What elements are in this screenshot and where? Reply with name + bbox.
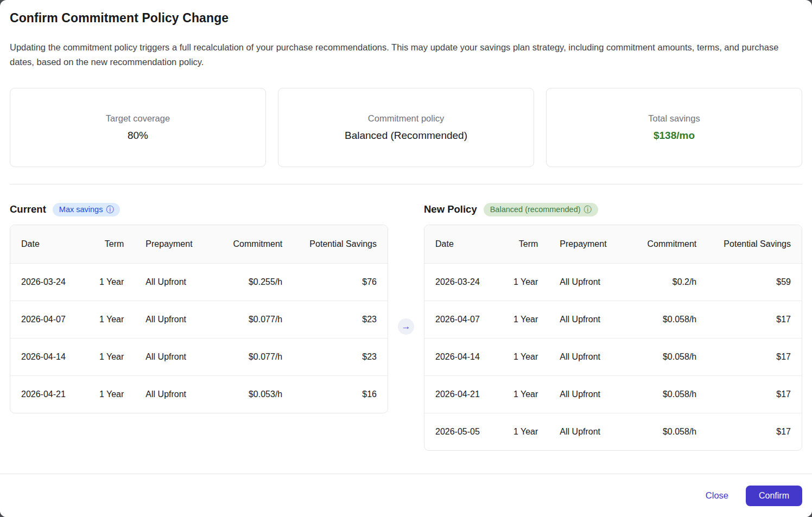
column-header-date: Date: [10, 225, 86, 263]
table-cell: 2026-04-07: [10, 301, 86, 338]
column-header-term: Term: [500, 225, 549, 263]
table-cell: $0.077/h: [218, 338, 293, 375]
table-cell: $0.053/h: [218, 375, 293, 413]
table-row: 2026-03-241 YearAll Upfront$0.255/h$76: [10, 263, 388, 301]
table-row: 2026-05-051 YearAll Upfront$0.058/h$17: [424, 413, 802, 450]
table-cell: All Upfront: [549, 301, 632, 338]
table-cell: $0.058/h: [632, 338, 707, 375]
table-cell: $17: [707, 301, 802, 338]
commitment-policy-value: Balanced (Recommended): [345, 130, 467, 142]
table-cell: All Upfront: [549, 263, 632, 301]
table-row: 2026-04-141 YearAll Upfront$0.077/h$23: [10, 338, 388, 375]
table-cell: 2026-04-21: [424, 375, 500, 413]
column-header-potential-savings: Potential Savings: [293, 225, 388, 263]
table-cell: $17: [707, 375, 802, 413]
table-cell: All Upfront: [549, 413, 632, 450]
table-cell: 1 Year: [86, 301, 135, 338]
table-cell: $0.058/h: [632, 375, 707, 413]
table-cell: All Upfront: [135, 301, 218, 338]
column-header-term: Term: [86, 225, 135, 263]
total-savings-value: $138/mo: [654, 130, 695, 142]
card-label: Total savings: [648, 113, 700, 124]
column-header-prepayment: Prepayment: [549, 225, 632, 263]
policy-comparison: Current Max savings ⓘ Date Term Prepayme…: [10, 202, 802, 451]
arrow-column: →: [388, 202, 424, 451]
table-cell: 2026-04-14: [10, 338, 86, 375]
table-cell: 2026-04-21: [10, 375, 86, 413]
table-row: 2026-04-211 YearAll Upfront$0.053/h$16: [10, 375, 388, 413]
dialog-footer: Close Confirm: [0, 474, 812, 517]
column-header-commitment: Commitment: [632, 225, 707, 263]
summary-cards: Target coverage 80% Commitment policy Ba…: [10, 88, 802, 167]
table-cell: 2026-05-05: [424, 413, 500, 450]
badge-label: Balanced (recommended): [490, 205, 581, 214]
table-cell: $0.255/h: [218, 263, 293, 301]
table-cell: $59: [707, 263, 802, 301]
table-cell: $23: [293, 301, 388, 338]
table-row: 2026-03-241 YearAll Upfront$0.2/h$59: [424, 263, 802, 301]
table-cell: 2026-03-24: [10, 263, 86, 301]
info-icon[interactable]: ⓘ: [584, 206, 592, 213]
target-coverage-card: Target coverage 80%: [10, 88, 266, 167]
table-cell: $17: [707, 413, 802, 450]
table-cell: $17: [707, 338, 802, 375]
info-icon[interactable]: ⓘ: [106, 206, 113, 213]
table-cell: $23: [293, 338, 388, 375]
table-cell: 1 Year: [500, 338, 549, 375]
table-cell: All Upfront: [135, 263, 218, 301]
column-header-potential-savings: Potential Savings: [707, 225, 802, 263]
current-policy-column: Current Max savings ⓘ Date Term Prepayme…: [10, 202, 388, 451]
current-heading: Current: [10, 203, 46, 215]
table-row: 2026-04-141 YearAll Upfront$0.058/h$17: [424, 338, 802, 375]
dialog-title: Confirm Commitment Policy Change: [10, 11, 802, 25]
table-cell: 1 Year: [86, 375, 135, 413]
table-cell: $0.058/h: [632, 413, 707, 450]
table-header-row: Date Term Prepayment Commitment Potentia…: [424, 225, 802, 263]
target-coverage-value: 80%: [128, 130, 148, 142]
table-cell: 1 Year: [500, 413, 549, 450]
arrow-glyph: →: [402, 322, 411, 331]
table-cell: $76: [293, 263, 388, 301]
table-cell: 1 Year: [500, 301, 549, 338]
dialog-description: Updating the commitment policy triggers …: [10, 40, 802, 69]
current-policy-table: Date Term Prepayment Commitment Potentia…: [10, 225, 388, 413]
table-cell: All Upfront: [135, 375, 218, 413]
arrow-right-icon: →: [398, 318, 414, 335]
table-header-row: Date Term Prepayment Commitment Potentia…: [10, 225, 388, 263]
table-cell: 1 Year: [86, 338, 135, 375]
table-row: 2026-04-071 YearAll Upfront$0.077/h$23: [10, 301, 388, 338]
table-cell: All Upfront: [549, 375, 632, 413]
table-cell: $0.077/h: [218, 301, 293, 338]
table-cell: All Upfront: [549, 338, 632, 375]
table-cell: 2026-04-07: [424, 301, 500, 338]
confirm-button[interactable]: Confirm: [746, 486, 802, 506]
new-policy-table: Date Term Prepayment Commitment Potentia…: [424, 225, 802, 451]
card-label: Target coverage: [106, 113, 170, 124]
table-cell: All Upfront: [135, 338, 218, 375]
table-cell: 2026-04-14: [424, 338, 500, 375]
new-policy-column: New Policy Balanced (recommended) ⓘ Date…: [424, 202, 802, 451]
table-cell: $0.058/h: [632, 301, 707, 338]
table-row: 2026-04-211 YearAll Upfront$0.058/h$17: [424, 375, 802, 413]
max-savings-badge: Max savings ⓘ: [53, 203, 120, 216]
section-divider: [10, 184, 802, 184]
close-button[interactable]: Close: [705, 487, 729, 504]
column-header-date: Date: [424, 225, 500, 263]
card-label: Commitment policy: [368, 113, 444, 124]
balanced-recommended-badge: Balanced (recommended) ⓘ: [484, 203, 598, 216]
table-cell: 2026-03-24: [424, 263, 500, 301]
commitment-policy-card: Commitment policy Balanced (Recommended): [278, 88, 534, 167]
table-cell: 1 Year: [86, 263, 135, 301]
column-header-commitment: Commitment: [218, 225, 293, 263]
total-savings-card: Total savings $138/mo: [546, 88, 802, 167]
table-cell: 1 Year: [500, 263, 549, 301]
confirm-policy-dialog: Confirm Commitment Policy Change Updatin…: [0, 0, 812, 517]
badge-label: Max savings: [59, 205, 103, 214]
new-policy-heading: New Policy: [424, 203, 477, 215]
column-header-prepayment: Prepayment: [135, 225, 218, 263]
table-cell: 1 Year: [500, 375, 549, 413]
table-row: 2026-04-071 YearAll Upfront$0.058/h$17: [424, 301, 802, 338]
table-cell: $16: [293, 375, 388, 413]
table-cell: $0.2/h: [632, 263, 707, 301]
